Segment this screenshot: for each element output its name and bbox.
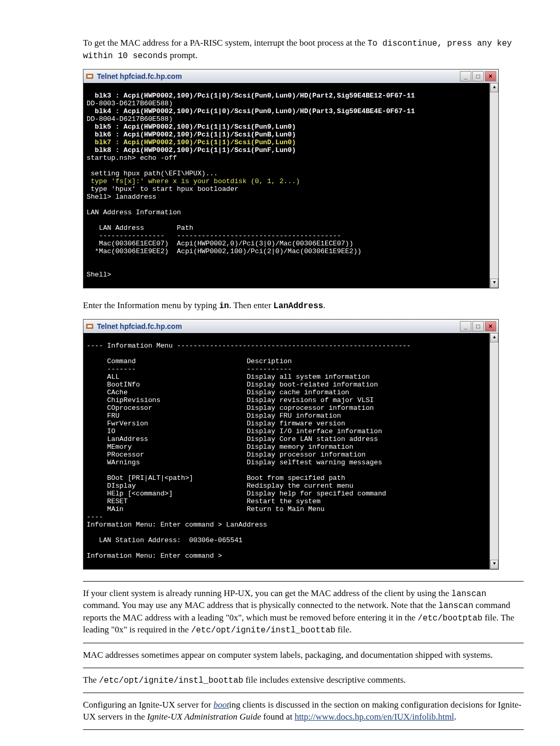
divider <box>83 729 524 730</box>
mid-code-2: LanAddress <box>273 301 323 311</box>
maximize-button[interactable]: □ <box>472 71 484 81</box>
after-p3: The /etc/opt/ignite/instl_boottab file i… <box>83 674 524 687</box>
terminal-output-1: blk3 : Acpi(HWP0002,100)/Pci(1|0)/Scsi(P… <box>83 90 498 281</box>
after-p1: If your client system is already running… <box>83 588 524 637</box>
minimize-button[interactable]: _ <box>460 71 471 81</box>
svg-rect-1 <box>88 75 92 77</box>
scroll-down-button[interactable]: ▾ <box>490 560 498 569</box>
svg-rect-3 <box>88 325 92 327</box>
boot-link[interactable]: boot <box>214 700 229 710</box>
after-p2: MAC addresses sometimes appear on comput… <box>83 650 524 661</box>
close-button[interactable]: × <box>485 71 496 81</box>
divider <box>83 643 524 643</box>
telnet-icon <box>86 72 94 80</box>
after-p4: Configuring an Ignite-UX server for boot… <box>83 699 524 723</box>
mid-code-1: in <box>219 301 229 311</box>
mid-paragraph: Enter the Information menu by typing in.… <box>83 300 524 312</box>
divider <box>83 668 524 668</box>
titlebar-1-text: Telnet hpfciad.fc.hp.com <box>97 72 182 80</box>
intro-paragraph: To get the MAC address for a PA-RISC sys… <box>83 37 524 62</box>
mid-text-a: Enter the Information menu by typing <box>83 300 219 310</box>
close-button[interactable]: × <box>485 321 496 331</box>
scrollbar-1[interactable]: ▴ ▾ <box>489 83 498 287</box>
scrollbar-2[interactable]: ▴ ▾ <box>489 333 498 569</box>
scroll-up-button[interactable]: ▴ <box>490 83 498 92</box>
telnet-window-2: Telnet hpfciad.fc.hp.com _ □ × ---- Info… <box>83 319 499 569</box>
titlebar-1[interactable]: Telnet hpfciad.fc.hp.com _ □ × <box>83 70 498 83</box>
minimize-button[interactable]: _ <box>460 321 471 331</box>
scroll-down-button[interactable]: ▾ <box>490 279 498 288</box>
mid-text-b: . Then enter <box>229 300 274 310</box>
scroll-track[interactable] <box>490 342 498 559</box>
scroll-up-button[interactable]: ▴ <box>490 333 498 342</box>
titlebar-2-text: Telnet hpfciad.fc.hp.com <box>97 322 182 330</box>
titlebar-2[interactable]: Telnet hpfciad.fc.hp.com _ □ × <box>83 320 498 333</box>
terminal-output-2: ---- Information Menu ------------------… <box>83 340 498 562</box>
telnet-icon <box>86 322 94 330</box>
scroll-track[interactable] <box>490 92 498 278</box>
divider <box>83 581 524 582</box>
mid-text-c: . <box>323 300 325 310</box>
maximize-button[interactable]: □ <box>472 321 484 331</box>
divider <box>83 693 524 693</box>
intro-text-b: prompt. <box>167 50 198 60</box>
docs-link[interactable]: http://www.docs.hp.com/en/IUX/infolib.ht… <box>295 712 454 722</box>
intro-text-a: To get the MAC address for a PA-RISC sys… <box>83 38 368 48</box>
telnet-window-1: Telnet hpfciad.fc.hp.com _ □ × blk3 : Ac… <box>83 69 499 288</box>
